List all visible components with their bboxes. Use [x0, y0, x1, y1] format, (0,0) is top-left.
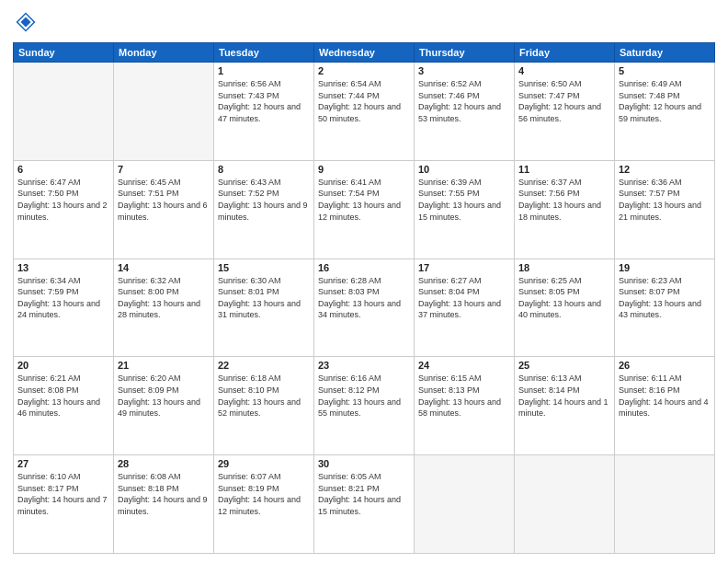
week-row-5: 27Sunrise: 6:10 AM Sunset: 8:17 PM Dayli… — [14, 455, 715, 554]
calendar-cell: 17Sunrise: 6:27 AM Sunset: 8:04 PM Dayli… — [415, 259, 515, 357]
day-info: Sunrise: 6:07 AM Sunset: 8:19 PM Dayligh… — [218, 471, 310, 517]
calendar-cell: 6Sunrise: 6:47 AM Sunset: 7:50 PM Daylig… — [14, 160, 114, 259]
calendar-cell: 23Sunrise: 6:16 AM Sunset: 8:12 PM Dayli… — [314, 357, 415, 455]
day-info: Sunrise: 6:54 AM Sunset: 7:44 PM Dayligh… — [318, 78, 410, 124]
day-number: 11 — [518, 164, 610, 175]
day-number: 27 — [17, 458, 109, 469]
day-number: 29 — [218, 458, 310, 469]
day-number: 28 — [118, 458, 210, 469]
day-number: 26 — [619, 360, 711, 371]
day-info: Sunrise: 6:13 AM Sunset: 8:14 PM Dayligh… — [518, 373, 610, 419]
day-info: Sunrise: 6:32 AM Sunset: 8:00 PM Dayligh… — [118, 275, 210, 321]
week-row-2: 6Sunrise: 6:47 AM Sunset: 7:50 PM Daylig… — [14, 160, 715, 259]
day-number: 21 — [118, 360, 210, 371]
day-number: 16 — [318, 262, 410, 273]
calendar-cell: 13Sunrise: 6:34 AM Sunset: 7:59 PM Dayli… — [14, 259, 114, 357]
day-info: Sunrise: 6:47 AM Sunset: 7:50 PM Dayligh… — [17, 177, 109, 223]
calendar-cell — [114, 63, 214, 161]
weekday-header-monday: Monday — [114, 43, 214, 63]
calendar-cell: 16Sunrise: 6:28 AM Sunset: 8:03 PM Dayli… — [314, 259, 415, 357]
weekday-header-row: SundayMondayTuesdayWednesdayThursdayFrid… — [14, 43, 715, 63]
week-row-4: 20Sunrise: 6:21 AM Sunset: 8:08 PM Dayli… — [14, 357, 715, 455]
weekday-header-thursday: Thursday — [415, 43, 515, 63]
calendar-cell: 10Sunrise: 6:39 AM Sunset: 7:55 PM Dayli… — [415, 160, 515, 259]
calendar-cell: 14Sunrise: 6:32 AM Sunset: 8:00 PM Dayli… — [114, 259, 214, 357]
day-number: 18 — [518, 262, 610, 273]
calendar-cell: 25Sunrise: 6:13 AM Sunset: 8:14 PM Dayli… — [515, 357, 615, 455]
calendar-cell — [615, 455, 715, 554]
day-number: 8 — [218, 164, 310, 175]
day-number: 12 — [619, 164, 711, 175]
calendar-cell: 26Sunrise: 6:11 AM Sunset: 8:16 PM Dayli… — [615, 357, 715, 455]
day-number: 22 — [218, 360, 310, 371]
day-number: 15 — [218, 262, 310, 273]
calendar-cell: 8Sunrise: 6:43 AM Sunset: 7:52 PM Daylig… — [214, 160, 314, 259]
calendar-cell: 15Sunrise: 6:30 AM Sunset: 8:01 PM Dayli… — [214, 259, 314, 357]
calendar-table: SundayMondayTuesdayWednesdayThursdayFrid… — [13, 42, 715, 554]
day-info: Sunrise: 6:05 AM Sunset: 8:21 PM Dayligh… — [318, 471, 410, 517]
calendar-cell: 29Sunrise: 6:07 AM Sunset: 8:19 PM Dayli… — [214, 455, 314, 554]
day-info: Sunrise: 6:16 AM Sunset: 8:12 PM Dayligh… — [318, 373, 410, 419]
day-info: Sunrise: 6:10 AM Sunset: 8:17 PM Dayligh… — [17, 471, 109, 517]
calendar-cell — [515, 455, 615, 554]
day-number: 1 — [218, 65, 310, 76]
day-info: Sunrise: 6:28 AM Sunset: 8:03 PM Dayligh… — [318, 275, 410, 321]
day-info: Sunrise: 6:30 AM Sunset: 8:01 PM Dayligh… — [218, 275, 310, 321]
day-info: Sunrise: 6:11 AM Sunset: 8:16 PM Dayligh… — [619, 373, 711, 419]
weekday-header-friday: Friday — [515, 43, 615, 63]
day-number: 25 — [518, 360, 610, 371]
day-number: 3 — [418, 65, 510, 76]
calendar-cell: 30Sunrise: 6:05 AM Sunset: 8:21 PM Dayli… — [314, 455, 415, 554]
day-number: 30 — [318, 458, 410, 469]
day-number: 10 — [418, 164, 510, 175]
day-info: Sunrise: 6:25 AM Sunset: 8:05 PM Dayligh… — [518, 275, 610, 321]
day-info: Sunrise: 6:45 AM Sunset: 7:51 PM Dayligh… — [118, 177, 210, 223]
day-number: 20 — [17, 360, 109, 371]
calendar-cell: 11Sunrise: 6:37 AM Sunset: 7:56 PM Dayli… — [515, 160, 615, 259]
weekday-header-saturday: Saturday — [615, 43, 715, 63]
day-number: 14 — [118, 262, 210, 273]
day-info: Sunrise: 6:52 AM Sunset: 7:46 PM Dayligh… — [418, 78, 510, 124]
calendar-cell — [14, 63, 114, 161]
day-number: 23 — [318, 360, 410, 371]
calendar-cell: 2Sunrise: 6:54 AM Sunset: 7:44 PM Daylig… — [314, 63, 415, 161]
day-info: Sunrise: 6:43 AM Sunset: 7:52 PM Dayligh… — [218, 177, 310, 223]
calendar-cell: 4Sunrise: 6:50 AM Sunset: 7:47 PM Daylig… — [515, 63, 615, 161]
day-info: Sunrise: 6:39 AM Sunset: 7:55 PM Dayligh… — [418, 177, 510, 223]
calendar-cell: 28Sunrise: 6:08 AM Sunset: 8:18 PM Dayli… — [114, 455, 214, 554]
page: SundayMondayTuesdayWednesdayThursdayFrid… — [0, 0, 728, 563]
calendar-cell: 18Sunrise: 6:25 AM Sunset: 8:05 PM Dayli… — [515, 259, 615, 357]
day-number: 13 — [17, 262, 109, 273]
day-number: 19 — [619, 262, 711, 273]
logo-icon — [13, 9, 39, 35]
calendar-cell: 20Sunrise: 6:21 AM Sunset: 8:08 PM Dayli… — [14, 357, 114, 455]
day-number: 2 — [318, 65, 410, 76]
week-row-1: 1Sunrise: 6:56 AM Sunset: 7:43 PM Daylig… — [14, 63, 715, 161]
weekday-header-sunday: Sunday — [14, 43, 114, 63]
calendar-cell: 9Sunrise: 6:41 AM Sunset: 7:54 PM Daylig… — [314, 160, 415, 259]
calendar-cell: 19Sunrise: 6:23 AM Sunset: 8:07 PM Dayli… — [615, 259, 715, 357]
calendar-cell — [415, 455, 515, 554]
header — [13, 9, 715, 35]
weekday-header-tuesday: Tuesday — [214, 43, 314, 63]
day-info: Sunrise: 6:41 AM Sunset: 7:54 PM Dayligh… — [318, 177, 410, 223]
week-row-3: 13Sunrise: 6:34 AM Sunset: 7:59 PM Dayli… — [14, 259, 715, 357]
day-number: 6 — [17, 164, 109, 175]
day-number: 7 — [118, 164, 210, 175]
calendar-cell: 12Sunrise: 6:36 AM Sunset: 7:57 PM Dayli… — [615, 160, 715, 259]
day-info: Sunrise: 6:23 AM Sunset: 8:07 PM Dayligh… — [619, 275, 711, 321]
day-number: 5 — [619, 65, 711, 76]
day-number: 4 — [518, 65, 610, 76]
logo — [13, 9, 42, 35]
calendar-cell: 3Sunrise: 6:52 AM Sunset: 7:46 PM Daylig… — [415, 63, 515, 161]
calendar-cell: 5Sunrise: 6:49 AM Sunset: 7:48 PM Daylig… — [615, 63, 715, 161]
day-info: Sunrise: 6:37 AM Sunset: 7:56 PM Dayligh… — [518, 177, 610, 223]
day-info: Sunrise: 6:56 AM Sunset: 7:43 PM Dayligh… — [218, 78, 310, 124]
day-info: Sunrise: 6:50 AM Sunset: 7:47 PM Dayligh… — [518, 78, 610, 124]
calendar-cell: 22Sunrise: 6:18 AM Sunset: 8:10 PM Dayli… — [214, 357, 314, 455]
calendar-cell: 7Sunrise: 6:45 AM Sunset: 7:51 PM Daylig… — [114, 160, 214, 259]
day-number: 17 — [418, 262, 510, 273]
day-number: 24 — [418, 360, 510, 371]
day-info: Sunrise: 6:34 AM Sunset: 7:59 PM Dayligh… — [17, 275, 109, 321]
day-info: Sunrise: 6:49 AM Sunset: 7:48 PM Dayligh… — [619, 78, 711, 124]
